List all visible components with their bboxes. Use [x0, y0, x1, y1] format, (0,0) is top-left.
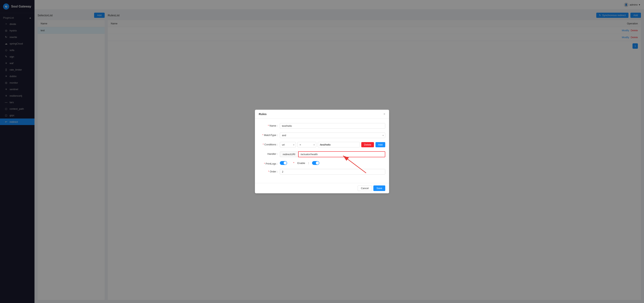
conditions-row: uri header query method path cookie host…: [280, 142, 385, 147]
matchtype-field-control: and or: [280, 133, 385, 138]
toggle-group: * Enable :: [280, 161, 385, 165]
handler-type-button[interactable]: redirectURI: [280, 152, 298, 157]
conditions-add-button[interactable]: Add: [376, 142, 385, 147]
conditions-field-control: uri header query method path cookie host…: [280, 142, 385, 147]
order-label: * Order :: [259, 169, 280, 173]
name-field-row: * Name :: [259, 123, 385, 129]
modal-close-button[interactable]: ×: [384, 113, 385, 116]
matchtype-field-row: * MatchType : and or: [259, 133, 385, 138]
handler-field-row: Handler : redirectURI: [259, 151, 385, 157]
handler-field-control: redirectURI: [280, 151, 385, 157]
order-field-control: [280, 169, 385, 174]
name-input[interactable]: [280, 123, 385, 129]
conditions-label: * Conditions :: [259, 142, 280, 146]
handler-row: redirectURI: [280, 151, 385, 157]
printlogs-slider: [280, 161, 287, 165]
order-input[interactable]: [280, 169, 385, 174]
matchtype-select-wrap: and or: [280, 133, 385, 138]
condition-op-select[interactable]: = != contains endsWith startsWith match: [298, 142, 316, 147]
printlogs-enable-row: * PrintLogs : * Enable :: [259, 161, 385, 165]
conditions-delete-button[interactable]: Delete: [361, 142, 374, 147]
conditions-value-input[interactable]: [318, 142, 360, 147]
printlogs-control: * Enable :: [280, 161, 385, 165]
conditions-field-row: * Conditions : uri header query method p…: [259, 142, 385, 147]
modal-title: Rules: [259, 112, 266, 116]
name-field-control: [280, 123, 385, 129]
modal-body: * Name : * MatchType : and or: [255, 119, 389, 183]
enable-label: Enable: [297, 162, 305, 165]
condition-type-select-wrap: uri header query method path cookie host…: [280, 142, 296, 147]
printlogs-toggle[interactable]: [280, 161, 287, 165]
condition-type-select[interactable]: uri header query method path cookie host…: [280, 142, 296, 147]
order-field-row: * Order :: [259, 169, 385, 174]
condition-op-select-wrap: = != contains endsWith startsWith match: [298, 142, 316, 147]
enable-toggle[interactable]: [312, 161, 319, 165]
name-label: * Name :: [259, 123, 280, 127]
handler-value-input[interactable]: [298, 151, 385, 157]
cancel-button[interactable]: Cancel: [358, 185, 372, 191]
handler-label: Handler :: [259, 151, 280, 155]
rules-modal: Rules × * Name : * MatchType :: [255, 110, 389, 193]
modal-overlay: Rules × * Name : * MatchType :: [0, 0, 644, 303]
save-button[interactable]: Save: [373, 185, 385, 191]
modal-footer: Cancel Save: [255, 183, 389, 193]
printlogs-label: * PrintLogs :: [259, 161, 280, 165]
matchtype-label: * MatchType :: [259, 133, 280, 137]
enable-slider: [312, 161, 319, 165]
matchtype-select[interactable]: and or: [280, 133, 385, 138]
modal-header: Rules ×: [255, 110, 389, 119]
